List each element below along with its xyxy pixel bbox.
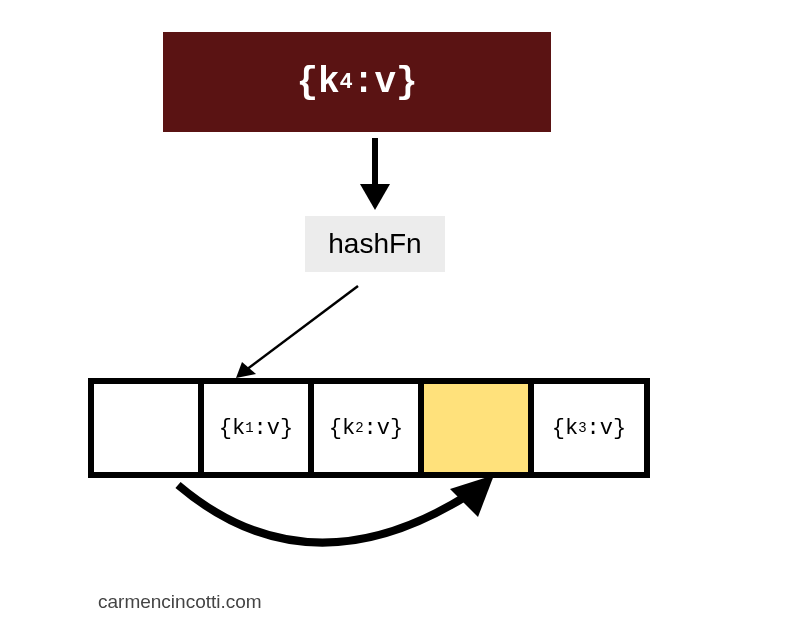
- cell-brace-close: }: [280, 416, 293, 441]
- array-cell: [424, 384, 534, 472]
- svg-marker-4: [450, 475, 494, 517]
- cell-brace-open: {: [552, 416, 565, 441]
- cell-key: k: [232, 416, 245, 441]
- arrow-hash-to-array: [228, 278, 388, 388]
- key-label: k: [318, 62, 340, 103]
- cell-brace-open: {: [219, 416, 232, 441]
- hash-table-array: { k 1 : v } { k 2 : v } { k 3 : v }: [88, 378, 650, 478]
- hash-function-box: hashFn: [305, 216, 445, 272]
- cell-value: v: [377, 416, 390, 441]
- cell-sub: 1: [245, 420, 253, 436]
- array-cell: { k 3 : v }: [534, 384, 644, 472]
- arrow-input-to-hash: [360, 138, 390, 212]
- cell-brace-open: {: [329, 416, 342, 441]
- cell-sub: 3: [578, 420, 586, 436]
- svg-line-2: [246, 286, 358, 370]
- cell-value: v: [600, 416, 613, 441]
- cell-sub: 2: [355, 420, 363, 436]
- cell-value: v: [267, 416, 280, 441]
- array-cell: { k 1 : v }: [204, 384, 314, 472]
- cell-key: k: [565, 416, 578, 441]
- key-subscript: 4: [340, 70, 353, 95]
- cell-colon: :: [364, 416, 377, 441]
- arrow-probe-curve: [168, 475, 498, 569]
- svg-marker-1: [360, 184, 390, 210]
- brace-open: {: [296, 62, 318, 103]
- cell-brace-close: }: [613, 416, 626, 441]
- attribution-text: carmencincotti.com: [98, 591, 262, 613]
- cell-key: k: [342, 416, 355, 441]
- value-label: v: [374, 62, 396, 103]
- brace-close: }: [396, 62, 418, 103]
- cell-colon: :: [587, 416, 600, 441]
- kv-separator: :: [353, 62, 375, 103]
- input-kv-box: { k 4 : v }: [163, 32, 551, 132]
- array-cell: [94, 384, 204, 472]
- cell-brace-close: }: [390, 416, 403, 441]
- array-cell: { k 2 : v }: [314, 384, 424, 472]
- cell-colon: :: [254, 416, 267, 441]
